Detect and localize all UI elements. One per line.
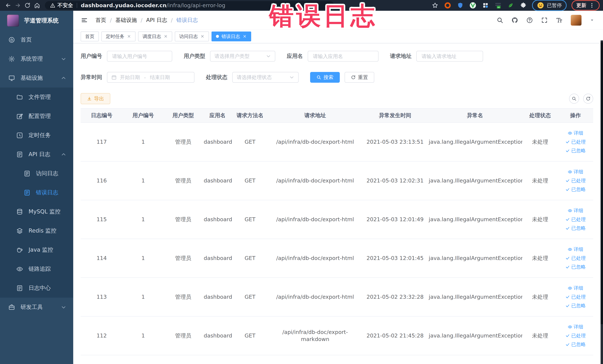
ext-leaf-icon[interactable]: [507, 1, 515, 9]
export-button[interactable]: 导出: [81, 93, 110, 104]
security-chip[interactable]: 不安全: [50, 2, 73, 9]
help-icon[interactable]: [526, 17, 533, 23]
browser-reload-button[interactable]: [23, 0, 32, 10]
eye-icon: [568, 286, 572, 290]
sidebar-item-api-logs[interactable]: API 日志: [0, 145, 73, 164]
doc-icon: [16, 285, 23, 292]
browser-home-button[interactable]: [32, 0, 42, 10]
tab-3[interactable]: 访问日志: [175, 32, 209, 41]
coffee-icon: [16, 247, 23, 253]
ext-orange-ring-icon[interactable]: [444, 1, 452, 9]
action-processed-link[interactable]: 已处理: [565, 139, 586, 145]
cell-user_type: 管理员: [164, 177, 203, 184]
profile-paused-badge[interactable]: 已暂停: [532, 0, 567, 11]
action-processed-link[interactable]: 已处理: [565, 333, 586, 339]
brand-area[interactable]: 芋道管理系统: [0, 11, 73, 30]
sidebar-item-error-logs[interactable]: 错误日志: [0, 183, 73, 202]
user-type-placeholder: 请选择用户类型: [214, 53, 266, 59]
sidebar-item-link-tracing[interactable]: 链路追踪: [0, 259, 73, 279]
app-name-input[interactable]: [308, 51, 379, 61]
cell-id: 116: [81, 177, 123, 184]
extensions-puzzle-icon[interactable]: [519, 1, 527, 9]
cell-url: /api/infra/db-doc/export-html: [268, 216, 363, 223]
search-button[interactable]: 搜索: [310, 72, 340, 83]
breadcrumb-home[interactable]: 首页: [95, 16, 106, 24]
reset-button[interactable]: 重置: [345, 72, 374, 83]
action-ignored-link[interactable]: 已忽略: [565, 148, 586, 154]
request-url-input[interactable]: [416, 51, 483, 61]
action-detail-link[interactable]: 详细: [568, 208, 583, 214]
action-detail-link[interactable]: 详细: [568, 285, 583, 291]
user-avatar[interactable]: [571, 15, 581, 26]
sidebar-item-access-logs[interactable]: 访问日志: [0, 164, 73, 183]
check-icon: [565, 187, 570, 192]
ext-green-v-icon[interactable]: [469, 1, 477, 9]
action-processed-link[interactable]: 已处理: [565, 178, 586, 184]
user-type-select[interactable]: 请选择用户类型: [210, 51, 275, 61]
close-icon[interactable]: [164, 34, 168, 38]
date-range-picker[interactable]: 开始日期 - 结束日期: [107, 72, 195, 83]
breadcrumb-infrastructure[interactable]: 基础设施: [116, 16, 137, 24]
ext-on-badge-icon[interactable]: on: [494, 1, 502, 9]
close-icon[interactable]: [243, 34, 247, 38]
tab-1[interactable]: 定时任务: [101, 32, 136, 41]
chevron-down-icon: [61, 56, 66, 61]
action-detail-link[interactable]: 详细: [568, 130, 583, 136]
action-ignored-link[interactable]: 已忽略: [565, 303, 586, 309]
action-ignored-link[interactable]: 已忽略: [565, 264, 586, 270]
sidebar-item-mysql-monitor[interactable]: MySQL 监控: [0, 202, 73, 221]
sidebar-item-java-monitor[interactable]: Java 监控: [0, 240, 73, 259]
sidebar-item-scheduled-jobs[interactable]: 定时任务: [0, 126, 73, 145]
browser-menu-icon[interactable]: [589, 2, 595, 8]
action-processed-link[interactable]: 已处理: [565, 294, 586, 300]
ext-grid-icon[interactable]: [482, 1, 489, 9]
browser-forward-button[interactable]: [13, 0, 23, 10]
cell-app: dashboard: [203, 332, 232, 339]
fullscreen-icon[interactable]: [541, 17, 548, 23]
sidebar-toggle-icon[interactable]: [81, 17, 88, 23]
browser-update-button[interactable]: 更新: [571, 0, 600, 11]
close-icon[interactable]: [200, 34, 204, 38]
sidebar-item-redis-monitor[interactable]: Redis 监控: [0, 221, 73, 240]
tab-0[interactable]: 首页: [81, 32, 99, 41]
search-icon[interactable]: [497, 17, 503, 23]
scrollbar-thumb[interactable]: [601, 42, 603, 324]
sidebar-item-home[interactable]: 首页: [0, 30, 73, 49]
action-label: 已处理: [571, 294, 586, 300]
sidebar-item-file-mgmt[interactable]: 文件管理: [0, 88, 73, 107]
sidebar-item-log-center[interactable]: 日志中心: [0, 279, 73, 298]
action-detail-link[interactable]: 详细: [568, 324, 583, 330]
font-size-icon[interactable]: [556, 17, 563, 23]
cell-actions: 详细已处理已忽略: [558, 324, 593, 348]
user-id-input[interactable]: [107, 51, 172, 61]
sidebar-item-dev-tools[interactable]: 研发工具: [0, 298, 73, 317]
active-tab-dot: [216, 35, 219, 38]
action-ignored-link[interactable]: 已忽略: [565, 186, 586, 193]
divider: [77, 3, 77, 8]
tab-2[interactable]: 调度日志: [138, 32, 172, 41]
action-label: 已忽略: [571, 303, 586, 309]
action-processed-link[interactable]: 已处理: [565, 216, 586, 223]
browser-back-button[interactable]: [3, 0, 13, 10]
sidebar-item-infrastructure[interactable]: 基础设施: [0, 69, 73, 88]
ext-blue-shield-icon[interactable]: [456, 1, 464, 9]
process-status-select[interactable]: 请选择处理状态: [232, 72, 299, 83]
toggle-search-button[interactable]: [569, 94, 579, 104]
refresh-table-button[interactable]: [583, 94, 593, 104]
sidebar-item-system-mgmt[interactable]: 系统管理: [0, 49, 73, 69]
close-icon[interactable]: [127, 34, 131, 38]
breadcrumb-api-logs[interactable]: API 日志: [146, 16, 167, 24]
action-detail-link[interactable]: 详细: [568, 246, 583, 253]
cell-time: 2021-05-03 12:02:31: [363, 177, 428, 184]
content-scrollbar[interactable]: [601, 40, 603, 364]
table-row: 1141管理员dashboardGET/api/infra/db-doc/exp…: [81, 239, 593, 278]
bookmark-star-icon[interactable]: [431, 1, 439, 9]
tab-4-active[interactable]: 错误日志: [211, 32, 251, 41]
action-detail-link[interactable]: 详细: [568, 169, 583, 175]
user-menu-caret-icon[interactable]: [590, 18, 594, 23]
action-processed-link[interactable]: 已处理: [565, 255, 586, 261]
action-ignored-link[interactable]: 已忽略: [565, 225, 586, 231]
github-icon[interactable]: [511, 17, 518, 23]
action-ignored-link[interactable]: 已忽略: [565, 341, 586, 348]
sidebar-item-config-mgmt[interactable]: 配置管理: [0, 107, 73, 126]
